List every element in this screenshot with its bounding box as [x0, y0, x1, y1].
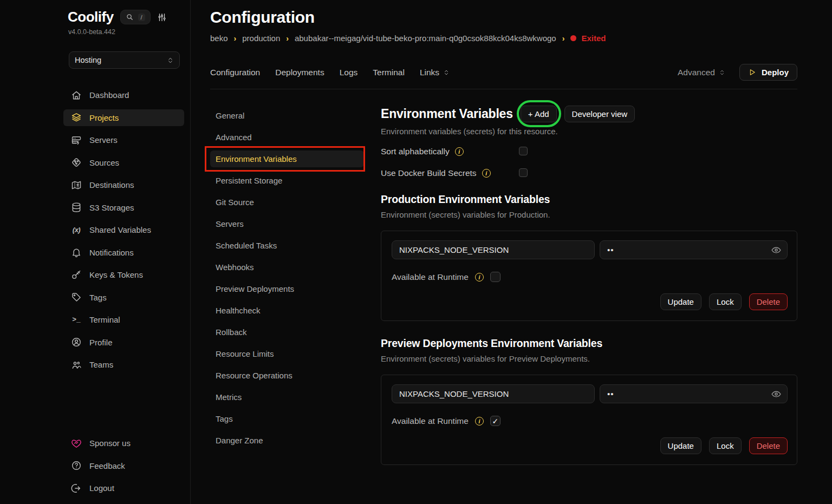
sort-alphabetically-checkbox[interactable] — [519, 147, 528, 155]
users-icon — [71, 359, 82, 370]
subnav-item-advanced[interactable]: Advanced — [210, 129, 364, 146]
variable-value-input[interactable] — [600, 240, 788, 259]
sidebar-item-dashboard[interactable]: Dashboard — [63, 87, 184, 103]
status-badge: Exited — [570, 34, 606, 43]
available-at-runtime-checkbox[interactable]: ✓ — [490, 416, 500, 426]
settings-sliders-icon[interactable] — [157, 12, 167, 22]
sidebar-item-logout[interactable]: Logout — [63, 480, 184, 496]
deploy-label: Deploy — [762, 68, 789, 77]
sidebar-nav: Dashboard Projects Servers Sources Desti… — [63, 87, 184, 373]
sidebar-item-label: Tags — [89, 293, 107, 302]
search-button[interactable]: / — [120, 10, 151, 24]
search-icon — [126, 13, 134, 21]
team-selector[interactable]: Hosting — [69, 51, 180, 69]
tab-configuration[interactable]: Configuration — [210, 68, 260, 77]
sidebar-item-feedback[interactable]: Feedback — [63, 457, 184, 474]
sidebar-item-terminal[interactable]: >_ Terminal — [63, 311, 184, 328]
breadcrumb-resource[interactable]: abubakar--meigag/vid-tube-beko-pro:main-… — [295, 34, 556, 43]
sidebar-item-label: Sponsor us — [89, 438, 131, 448]
subnav-item-danger-zone[interactable]: Danger Zone — [210, 432, 364, 449]
brand-row: Coolify / — [63, 9, 184, 25]
reveal-value-button[interactable] — [771, 389, 782, 400]
env-variable-card: Available at Runtime i Update Lock Delet… — [381, 231, 797, 321]
info-icon[interactable]: i — [475, 273, 484, 282]
lock-button[interactable]: Lock — [709, 437, 742, 454]
deploy-button[interactable]: Deploy — [739, 64, 797, 81]
sidebar-item-tags[interactable]: Tags — [63, 289, 184, 306]
sidebar-item-notifications[interactable]: Notifications — [63, 244, 184, 261]
breadcrumb-environment[interactable]: production — [242, 34, 280, 43]
subnav-item-healthcheck[interactable]: Healthcheck — [210, 302, 364, 319]
preview-section-title: Preview Deployments Environment Variable… — [381, 337, 797, 350]
lock-button[interactable]: Lock — [709, 293, 742, 310]
tab-deployments[interactable]: Deployments — [275, 68, 324, 77]
search-shortcut-key: / — [138, 14, 145, 21]
variable-name-input[interactable] — [392, 240, 595, 259]
app-logo[interactable]: Coolify — [68, 9, 114, 25]
sidebar-item-servers[interactable]: Servers — [63, 132, 184, 148]
sidebar-item-label: Keys & Tokens — [89, 270, 143, 279]
subnav-item-scheduled-tasks[interactable]: Scheduled Tasks — [210, 237, 364, 254]
user-circle-icon — [71, 337, 82, 348]
env-variables-panel: Environment Variables + Add Developer vi… — [381, 106, 797, 465]
subnav-item-tags[interactable]: Tags — [210, 410, 364, 427]
chevron-updown-icon — [167, 57, 174, 64]
logout-icon — [71, 483, 82, 494]
add-button[interactable]: + Add — [521, 106, 557, 122]
play-icon — [748, 68, 756, 76]
runtime-option-row: Available at Runtime i ✓ — [392, 416, 788, 426]
sidebar-item-label: Feedback — [89, 461, 125, 470]
info-icon[interactable]: i — [455, 147, 464, 156]
tab-logs[interactable]: Logs — [340, 68, 358, 77]
info-icon[interactable]: i — [482, 169, 491, 178]
subnav-item-servers[interactable]: Servers — [210, 215, 364, 232]
sidebar-item-s3-storages[interactable]: S3 Storages — [63, 199, 184, 216]
update-button[interactable]: Update — [660, 293, 701, 310]
map-icon — [71, 180, 82, 191]
subnav-item-preview-deployments[interactable]: Preview Deployments — [210, 280, 364, 297]
update-button[interactable]: Update — [660, 437, 701, 454]
subnav-item-label: Environment Variables — [216, 154, 297, 163]
chevron-right-icon: › — [562, 34, 565, 43]
variable-value-input[interactable] — [600, 384, 788, 403]
subnav-item-general[interactable]: General — [210, 107, 364, 124]
sidebar-item-label: Teams — [89, 360, 113, 369]
sidebar-item-teams[interactable]: Teams — [63, 356, 184, 373]
settings-subnav: General Advanced Environment Variables P… — [210, 106, 364, 465]
sidebar-item-destinations[interactable]: Destinations — [63, 176, 184, 193]
variable-inputs-row — [392, 384, 788, 403]
subnav-item-environment-variables[interactable]: Environment Variables — [210, 150, 364, 167]
breadcrumb-project[interactable]: beko — [210, 34, 228, 43]
subnav-item-rollback[interactable]: Rollback — [210, 324, 364, 341]
delete-button[interactable]: Delete — [749, 437, 788, 454]
variable-value-wrapper — [600, 240, 788, 259]
sidebar-item-profile[interactable]: Profile — [63, 334, 184, 351]
app-version: v4.0.0-beta.442 — [68, 28, 184, 36]
reveal-value-button[interactable] — [771, 245, 782, 256]
advanced-selector[interactable]: Advanced — [678, 68, 725, 77]
info-icon[interactable]: i — [475, 417, 484, 426]
sidebar-item-sponsor-us[interactable]: Sponsor us — [63, 435, 184, 451]
eye-icon — [771, 389, 782, 400]
subnav-item-metrics[interactable]: Metrics — [210, 389, 364, 405]
server-icon — [71, 135, 82, 146]
subnav-item-resource-operations[interactable]: Resource Operations — [210, 367, 364, 384]
sidebar-item-sources[interactable]: Sources — [63, 154, 184, 171]
eye-icon — [771, 245, 782, 256]
sidebar-item-shared-variables[interactable]: (x) Shared Variables — [63, 221, 184, 238]
subnav-item-resource-limits[interactable]: Resource Limits — [210, 345, 364, 362]
subnav-item-persistent-storage[interactable]: Persistent Storage — [210, 172, 364, 189]
developer-view-button[interactable]: Developer view — [564, 106, 635, 122]
subnav-item-webhooks[interactable]: Webhooks — [210, 259, 364, 276]
tab-terminal[interactable]: Terminal — [373, 68, 405, 77]
delete-button[interactable]: Delete — [749, 293, 788, 310]
sidebar-item-projects[interactable]: Projects — [63, 109, 184, 126]
variable-name-input[interactable] — [392, 384, 595, 403]
available-at-runtime-checkbox[interactable] — [490, 272, 500, 282]
preview-section-subtitle: Environment (secrets) variables for Prev… — [381, 354, 797, 363]
sidebar-item-keys-tokens[interactable]: Keys & Tokens — [63, 266, 184, 283]
subnav-item-git-source[interactable]: Git Source — [210, 194, 364, 211]
tab-links[interactable]: Links — [420, 68, 450, 77]
docker-build-secrets-checkbox[interactable] — [519, 168, 528, 177]
sidebar-item-label: S3 Storages — [89, 203, 134, 212]
